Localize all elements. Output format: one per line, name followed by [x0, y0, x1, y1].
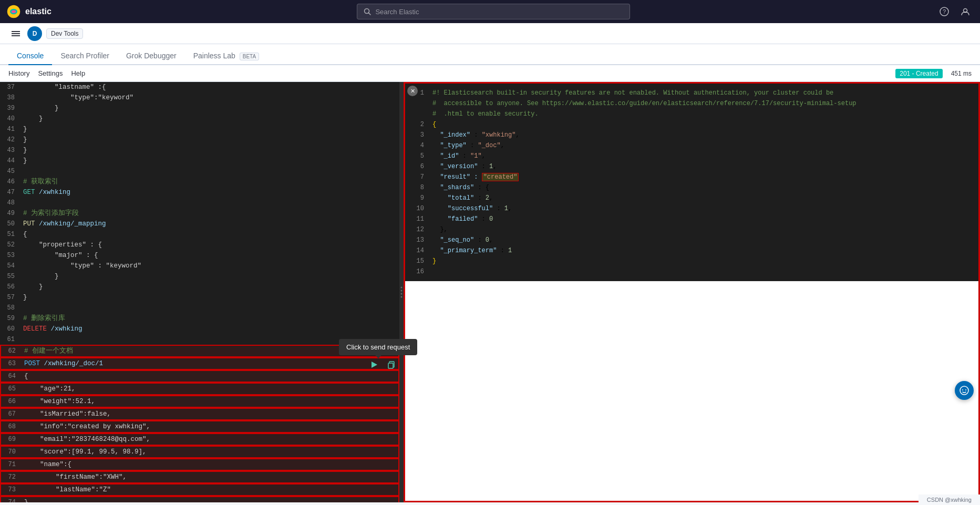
response-line-content: "_type" : "_doc",: [430, 140, 978, 151]
settings-button[interactable]: Settings: [38, 68, 63, 78]
response-line-number: 15: [409, 256, 430, 266]
line-number: 40: [0, 114, 21, 124]
editor-line-48: 48: [0, 198, 399, 208]
line-content: "lastname" :{: [21, 82, 399, 92]
svg-line-4: [369, 13, 371, 15]
line-number: 45: [0, 166, 21, 177]
line-content: # 为索引添加字段: [21, 208, 399, 219]
editor-line-70: 70 "score":[99.1, 99.5, 98.9],: [0, 446, 399, 458]
tab-search-profiler[interactable]: Search Profiler: [52, 47, 118, 65]
editor-line-57: 57}: [0, 292, 399, 303]
editor-line-51: 51{: [0, 229, 399, 240]
help-button[interactable]: Help: [71, 68, 85, 78]
line-number: 57: [0, 292, 21, 303]
response-line: 7 "result" : "created": [409, 172, 978, 182]
line-content: }: [21, 282, 399, 292]
response-line-content: "_index" : "xwhking",: [430, 130, 978, 140]
editor-line-40: 40 }: [0, 114, 399, 124]
response-line-number: 7: [409, 172, 430, 182]
line-number: 42: [0, 135, 21, 145]
action-icons-container: [368, 358, 397, 371]
hamburger-icon: [12, 30, 20, 37]
line-content: "email":"2837468248@qq.com",: [22, 434, 398, 445]
line-number: 62: [1, 346, 22, 356]
line-number: 52: [0, 240, 21, 250]
line-content: GET /xwhking: [21, 187, 399, 198]
drag-handle-icon: [400, 284, 403, 300]
response-line-content: "total" : 2,: [430, 193, 978, 203]
line-content: }: [21, 156, 399, 166]
response-line-content: "_shards" : {: [430, 182, 978, 193]
editor-panel: 37 "lastname" :{38 "type":"keyword"39 }4…: [0, 82, 399, 502]
response-panel-inner[interactable]: 1#! Elasticsearch built-in security feat…: [405, 84, 978, 501]
response-line-content: "_seq_no" : 0,: [430, 235, 978, 245]
hamburger-button[interactable]: [8, 26, 23, 41]
editor-line-39: 39 }: [0, 103, 399, 114]
response-line: 2{: [409, 119, 978, 130]
response-line: 3 "_index" : "xwhking",: [409, 130, 978, 140]
line-content: # 获取索引: [21, 177, 399, 187]
tab-grok-debugger-label: Grok Debugger: [126, 51, 177, 60]
response-line-number: 14: [409, 245, 430, 256]
line-content: }: [21, 271, 399, 282]
search-bar-container: Search Elastic: [58, 4, 930, 19]
editor-line-43: 43}: [0, 145, 399, 156]
line-content: "name":{: [22, 459, 398, 470]
line-number: 49: [0, 208, 21, 219]
line-number: 63: [1, 358, 22, 369]
nav-icons: ?: [936, 3, 974, 20]
user-avatar-button[interactable]: D: [27, 26, 42, 41]
devtools-badge[interactable]: Dev Tools: [46, 28, 83, 39]
editor-line-45: 45: [0, 166, 399, 177]
top-navigation: elastic Search Elastic ?: [0, 0, 980, 23]
line-number: 54: [0, 261, 21, 271]
svg-point-2: [12, 10, 16, 13]
line-content: "weight":52.1,: [22, 396, 398, 407]
tab-console[interactable]: Console: [8, 47, 52, 65]
elastic-logo-text: elastic: [25, 7, 51, 16]
search-bar[interactable]: Search Elastic: [357, 4, 630, 19]
user-nav-icon[interactable]: [957, 3, 974, 20]
search-bar-text: Search Elastic: [375, 8, 419, 16]
panel-divider[interactable]: [399, 82, 404, 502]
line-number: 74: [1, 497, 22, 502]
history-button[interactable]: History: [8, 68, 29, 78]
avatar-letter: D: [33, 30, 37, 37]
close-response-button[interactable]: ✕: [407, 86, 418, 96]
bottom-status-text: CSDN @xwhking: [927, 497, 972, 502]
response-line: # accessible to anyone. See https://www.…: [409, 98, 978, 109]
line-content: "score":[99.1, 99.5, 98.9],: [22, 447, 398, 457]
response-line-number: 6: [409, 161, 430, 172]
help-nav-icon[interactable]: ?: [936, 3, 953, 20]
editor-line-52: 52 "properties" : {: [0, 240, 399, 250]
code-editor[interactable]: 37 "lastname" :{38 "type":"keyword"39 }4…: [0, 82, 399, 502]
tab-grok-debugger[interactable]: Grok Debugger: [118, 47, 185, 65]
action-bar: History Settings Help 201 - Created 451 …: [0, 65, 980, 82]
response-line: 6 "_version" : 1,: [409, 161, 978, 172]
line-content: "age":21,: [22, 384, 398, 394]
editor-line-47: 47GET /xwhking: [0, 187, 399, 198]
line-content: }: [21, 135, 399, 145]
editor-line-56: 56 }: [0, 282, 399, 292]
line-number: 71: [1, 459, 22, 470]
line-number: 47: [0, 187, 21, 198]
editor-line-63: 63POST /xwhking/_doc/1: [0, 357, 399, 370]
editor-line-71: 71 "name":{: [0, 458, 399, 471]
line-number: 59: [0, 313, 21, 324]
line-number: 61: [0, 334, 21, 345]
response-line-number: 10: [409, 203, 430, 214]
copy-icon-button[interactable]: [385, 358, 397, 371]
editor-line-49: 49# 为索引添加字段: [0, 208, 399, 219]
secondary-navigation: D Dev Tools: [0, 23, 980, 44]
elastic-logo[interactable]: elastic: [6, 4, 51, 19]
response-line-number: 13: [409, 235, 430, 245]
tab-painless-lab[interactable]: Painless Lab BETA: [185, 47, 267, 65]
line-number: 67: [1, 409, 22, 419]
svg-point-14: [401, 296, 403, 298]
line-content: PUT /xwhking/_mapping: [21, 219, 399, 229]
response-line: 11 "failed" : 0: [409, 214, 978, 224]
line-number: 46: [0, 177, 21, 187]
svg-point-12: [401, 290, 403, 292]
floating-action-button[interactable]: [955, 381, 974, 400]
play-icon-button[interactable]: [368, 358, 380, 371]
